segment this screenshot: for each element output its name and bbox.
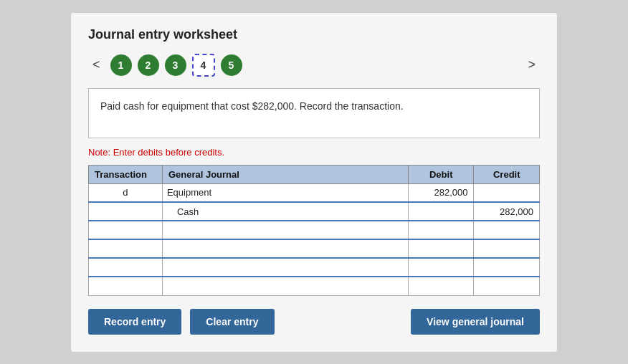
nav-row: < 1 2 3 4 5 > [88,54,540,77]
step-3[interactable]: 3 [165,54,186,76]
table-row-gj-2[interactable] [162,221,408,239]
table-row-transaction-3[interactable] [89,239,163,258]
table-row-transaction-4[interactable] [89,258,163,277]
col-header-credit: Credit [474,165,540,183]
view-general-journal-button[interactable]: View general journal [411,309,540,335]
journal-table: Transaction General Journal Debit Credit… [88,165,540,296]
next-arrow[interactable]: > [523,56,540,74]
step-1[interactable]: 1 [110,54,132,76]
table-row-debit-5[interactable] [409,277,474,295]
table-row-debit-1[interactable] [409,202,474,221]
table-row-debit-4[interactable] [409,258,474,277]
record-entry-button[interactable]: Record entry [88,309,181,335]
page-title: Journal entry worksheet [88,27,540,42]
table-row-credit-5[interactable] [474,277,540,295]
table-row-transaction-5[interactable] [89,277,163,295]
table-row-gj-5[interactable] [162,277,408,295]
table-row-credit-0[interactable] [474,183,540,202]
prev-arrow[interactable]: < [88,56,105,74]
col-header-debit: Debit [409,165,474,183]
note-text: Note: Enter debits before credits. [88,147,540,158]
table-row-credit-2[interactable] [474,221,540,239]
worksheet-container: Journal entry worksheet < 1 2 3 4 5 > Pa… [70,12,558,353]
table-row-debit-0[interactable]: 282,000 [409,183,474,202]
table-row-credit-3[interactable] [474,239,540,258]
buttons-row: Record entry Clear entry View general jo… [88,309,540,335]
step-2[interactable]: 2 [138,54,159,76]
table-row-transaction-0[interactable]: d [89,183,163,202]
table-row-transaction-1[interactable] [89,202,163,221]
instruction-text: Paid cash for equipment that cost $282,0… [100,100,404,112]
instruction-box: Paid cash for equipment that cost $282,0… [88,88,540,138]
col-header-general-journal: General Journal [162,165,408,183]
table-row-credit-1[interactable]: 282,000 [474,202,540,221]
table-row-transaction-2[interactable] [89,221,163,239]
table-row-gj-4[interactable] [162,258,408,277]
table-row-gj-1[interactable]: Cash [162,202,408,221]
col-header-transaction: Transaction [89,165,163,183]
table-row-gj-3[interactable] [162,239,408,258]
step-5[interactable]: 5 [221,54,242,76]
table-row-debit-3[interactable] [409,239,474,258]
table-row-credit-4[interactable] [474,258,540,277]
table-row-debit-2[interactable] [409,221,474,239]
step-4[interactable]: 4 [192,54,215,77]
clear-entry-button[interactable]: Clear entry [190,309,274,335]
table-row-gj-0[interactable]: Equipment [162,183,408,202]
